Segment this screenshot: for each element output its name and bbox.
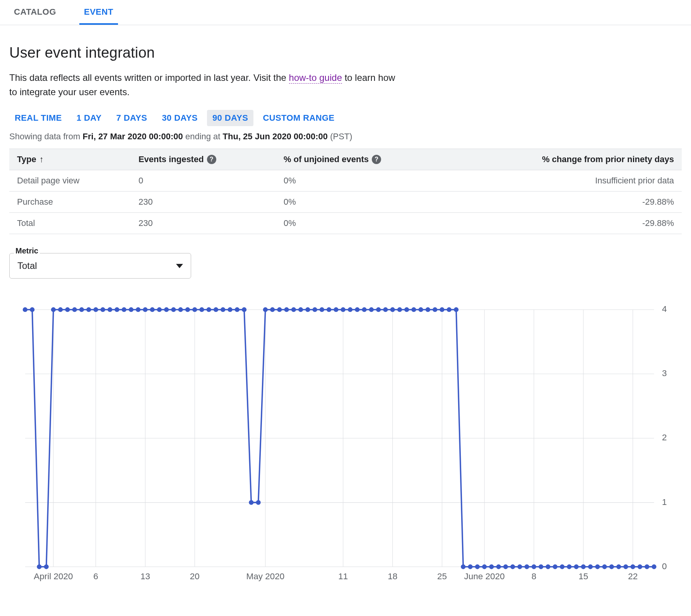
svg-point-100 (574, 565, 578, 569)
svg-point-59 (284, 307, 289, 312)
svg-point-23 (30, 307, 34, 312)
svg-text:April 2020: April 2020 (34, 572, 73, 582)
svg-point-75 (397, 307, 402, 312)
help-icon[interactable]: ? (372, 155, 381, 164)
svg-point-66 (334, 307, 338, 312)
svg-point-52 (235, 307, 239, 312)
svg-point-46 (192, 307, 197, 312)
svg-text:20: 20 (190, 572, 200, 582)
svg-point-40 (150, 307, 155, 312)
svg-point-34 (108, 307, 112, 312)
table-row: Detail page view00%Insufficient prior da… (9, 170, 682, 192)
svg-point-63 (313, 307, 317, 312)
svg-point-69 (355, 307, 359, 312)
showing-pre: Showing data from (9, 132, 83, 141)
table-row: Purchase2300%-29.88% (9, 192, 682, 213)
svg-point-58 (277, 307, 282, 312)
cell-unjoined: 0% (276, 213, 452, 234)
svg-point-111 (652, 565, 656, 569)
howto-link[interactable]: how-to guide (289, 72, 342, 84)
svg-point-84 (461, 565, 465, 569)
time-range-selector: REAL TIME 1 DAY 7 DAYS 30 DAYS 90 DAYS C… (9, 110, 682, 126)
svg-point-32 (93, 307, 98, 312)
svg-point-49 (214, 307, 218, 312)
svg-point-81 (440, 307, 444, 312)
svg-point-38 (136, 307, 140, 312)
svg-text:8: 8 (532, 572, 537, 582)
range-custom[interactable]: CUSTOM RANGE (257, 110, 340, 126)
col-change-label: % change from prior ninety days (542, 154, 674, 164)
svg-point-48 (207, 307, 211, 312)
svg-point-77 (411, 307, 416, 312)
svg-point-106 (616, 565, 621, 569)
svg-point-107 (623, 565, 628, 569)
svg-point-101 (581, 565, 586, 569)
svg-point-42 (164, 307, 169, 312)
svg-point-27 (58, 307, 63, 312)
range-realtime[interactable]: REAL TIME (9, 110, 67, 126)
svg-point-26 (51, 307, 56, 312)
cell-unjoined: 0% (276, 170, 452, 192)
range-1day[interactable]: 1 DAY (71, 110, 107, 126)
cell-change: -29.88% (452, 213, 682, 234)
svg-point-68 (348, 307, 352, 312)
svg-point-102 (588, 565, 593, 569)
metric-select[interactable]: Total (9, 253, 191, 279)
range-7days[interactable]: 7 DAYS (111, 110, 153, 126)
svg-point-110 (645, 565, 649, 569)
range-90days[interactable]: 90 DAYS (207, 110, 254, 126)
page-title: User event integration (9, 44, 682, 61)
svg-point-87 (482, 565, 487, 569)
chevron-down-icon (176, 264, 183, 268)
svg-point-22 (23, 307, 27, 312)
col-type-label: Type (17, 154, 36, 164)
tab-catalog[interactable]: CATALOG (9, 0, 61, 25)
cell-events: 230 (131, 192, 276, 213)
svg-point-96 (546, 565, 550, 569)
metric-label: Metric (14, 246, 40, 255)
showing-range: Showing data from Fri, 27 Mar 2020 00:00… (9, 132, 682, 142)
svg-text:15: 15 (578, 572, 588, 582)
col-events-ingested[interactable]: Events ingested ? (131, 149, 276, 170)
svg-point-45 (185, 307, 190, 312)
svg-point-33 (101, 307, 105, 312)
svg-point-86 (475, 565, 480, 569)
showing-tz: (PST) (328, 132, 352, 141)
svg-point-51 (227, 307, 232, 312)
svg-point-36 (121, 307, 126, 312)
svg-point-28 (65, 307, 70, 312)
cell-events: 0 (131, 170, 276, 192)
svg-point-57 (270, 307, 275, 312)
svg-text:June 2020: June 2020 (464, 572, 505, 582)
help-icon[interactable]: ? (207, 155, 216, 164)
col-type[interactable]: Type ↑ (9, 149, 131, 170)
svg-point-98 (560, 565, 564, 569)
svg-point-47 (199, 307, 204, 312)
sort-asc-icon: ↑ (39, 155, 44, 164)
svg-text:2: 2 (662, 433, 667, 443)
svg-point-74 (390, 307, 395, 312)
col-change[interactable]: % change from prior ninety days (452, 149, 682, 170)
svg-point-78 (419, 307, 423, 312)
svg-point-76 (404, 307, 409, 312)
cell-unjoined: 0% (276, 192, 452, 213)
showing-from: Fri, 27 Mar 2020 00:00:00 (83, 132, 183, 141)
svg-point-39 (143, 307, 147, 312)
svg-point-43 (171, 307, 176, 312)
svg-text:18: 18 (388, 572, 397, 582)
desc-text-pre: This data reflects all events written or… (9, 72, 289, 83)
svg-point-61 (298, 307, 303, 312)
svg-point-60 (291, 307, 296, 312)
col-unjoined[interactable]: % of unjoined events ? (276, 149, 452, 170)
svg-point-50 (221, 307, 225, 312)
range-30days[interactable]: 30 DAYS (156, 110, 203, 126)
svg-point-41 (157, 307, 162, 312)
svg-point-64 (320, 307, 324, 312)
svg-point-95 (539, 565, 543, 569)
col-unjoined-label: % of unjoined events (284, 154, 369, 164)
showing-to: Thu, 25 Jun 2020 00:00:00 (223, 132, 328, 141)
tab-event[interactable]: EVENT (79, 0, 118, 25)
svg-point-25 (44, 565, 49, 569)
cell-type: Purchase (9, 192, 131, 213)
svg-point-79 (426, 307, 430, 312)
